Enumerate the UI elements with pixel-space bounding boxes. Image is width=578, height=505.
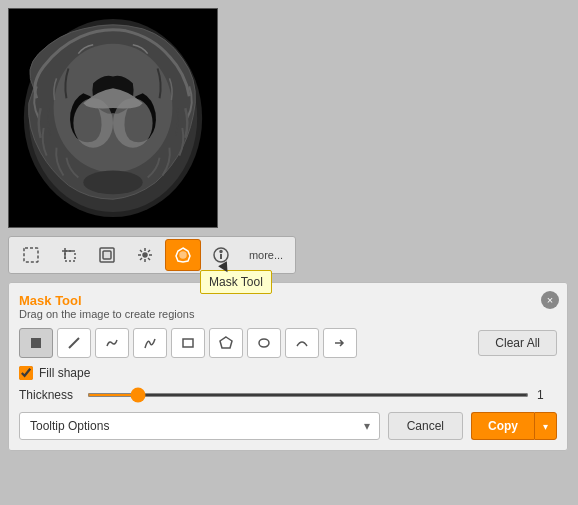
svg-rect-12 bbox=[103, 251, 111, 259]
mask-tool-panel: × Mask Tool Drag on the image to create … bbox=[8, 282, 568, 451]
svg-point-6 bbox=[83, 170, 142, 194]
copy-dropdown-button[interactable]: ▾ bbox=[534, 412, 557, 440]
arrow-tool-button[interactable] bbox=[323, 328, 357, 358]
svg-marker-29 bbox=[220, 337, 232, 348]
transform-tool-button[interactable] bbox=[127, 239, 163, 271]
tooltip-options-wrapper: Tooltip Options Option 1 Option 2 bbox=[19, 412, 380, 440]
cancel-button[interactable]: Cancel bbox=[388, 412, 463, 440]
svg-rect-28 bbox=[183, 339, 193, 347]
mask-tool-tooltip: Mask Tool bbox=[200, 270, 272, 294]
svg-line-20 bbox=[148, 250, 150, 252]
drawing-tools-row: Clear All bbox=[19, 328, 557, 358]
panel-title: Mask Tool bbox=[19, 293, 557, 308]
main-toolbar: more... bbox=[8, 236, 296, 274]
info-tool-button[interactable] bbox=[203, 239, 239, 271]
thickness-label: Thickness bbox=[19, 388, 79, 402]
panel-close-button[interactable]: × bbox=[541, 291, 559, 309]
clear-all-button[interactable]: Clear All bbox=[478, 330, 557, 356]
line-tool-button[interactable] bbox=[57, 328, 91, 358]
arc-tool-button[interactable] bbox=[285, 328, 319, 358]
adjust-tool-button[interactable] bbox=[89, 239, 125, 271]
svg-point-5 bbox=[113, 98, 153, 148]
svg-point-22 bbox=[180, 252, 186, 258]
mri-image-area bbox=[8, 8, 218, 228]
copy-button-group: Copy ▾ bbox=[471, 412, 557, 440]
fill-shape-checkbox[interactable] bbox=[19, 366, 33, 380]
point-tool-button[interactable] bbox=[19, 328, 53, 358]
svg-point-30 bbox=[259, 339, 269, 347]
select-tool-button[interactable] bbox=[13, 239, 49, 271]
svg-point-13 bbox=[143, 253, 147, 257]
curve-tool-button[interactable] bbox=[133, 328, 167, 358]
thickness-row: Thickness 1 bbox=[19, 388, 557, 402]
polygon-tool-button[interactable] bbox=[209, 328, 243, 358]
more-tools-button[interactable]: more... bbox=[241, 239, 291, 271]
svg-line-18 bbox=[140, 250, 142, 252]
svg-rect-10 bbox=[65, 251, 75, 261]
fill-shape-row: Fill shape bbox=[19, 366, 557, 380]
rectangle-tool-button[interactable] bbox=[171, 328, 205, 358]
mask-tool-button[interactable] bbox=[165, 239, 201, 271]
bottom-row: Tooltip Options Option 1 Option 2 Cancel… bbox=[19, 412, 557, 440]
freehand-tool-button[interactable] bbox=[95, 328, 129, 358]
fill-shape-label: Fill shape bbox=[39, 366, 90, 380]
crop-tool-button[interactable] bbox=[51, 239, 87, 271]
thickness-slider[interactable] bbox=[87, 393, 529, 397]
svg-point-4 bbox=[73, 98, 113, 148]
svg-line-19 bbox=[148, 258, 150, 260]
svg-line-21 bbox=[140, 258, 142, 260]
svg-rect-26 bbox=[31, 338, 41, 348]
thickness-value: 1 bbox=[537, 388, 557, 402]
svg-line-27 bbox=[69, 338, 79, 348]
tooltip-options-select[interactable]: Tooltip Options Option 1 Option 2 bbox=[19, 412, 380, 440]
panel-header: Mask Tool Drag on the image to create re… bbox=[19, 293, 557, 320]
ellipse-tool-button[interactable] bbox=[247, 328, 281, 358]
svg-rect-7 bbox=[24, 248, 38, 262]
copy-button[interactable]: Copy bbox=[471, 412, 534, 440]
panel-subtitle: Drag on the image to create regions bbox=[19, 308, 557, 320]
svg-point-25 bbox=[220, 251, 222, 253]
